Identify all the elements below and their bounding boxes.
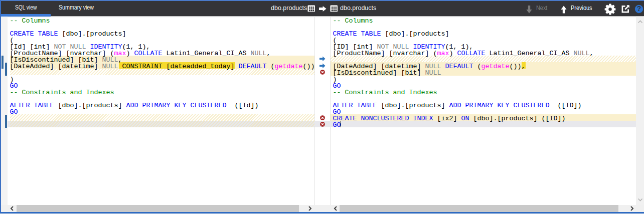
svg-text:?: ?	[637, 5, 641, 13]
